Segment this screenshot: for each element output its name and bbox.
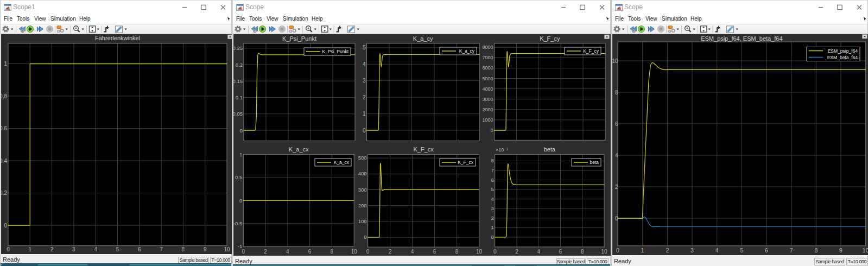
svg-text:K_F_cx: K_F_cx: [458, 160, 474, 165]
svg-text:Fahrerlenkwinkel: Fahrerlenkwinkel: [95, 35, 140, 41]
svg-text:0: 0: [363, 128, 366, 134]
svg-text:8: 8: [615, 90, 618, 96]
svg-text:0: 0: [242, 249, 245, 255]
svg-text:8: 8: [455, 249, 459, 255]
svg-text:0.8: 0.8: [1, 93, 7, 99]
svg-text:7: 7: [790, 247, 793, 254]
svg-text:0: 0: [366, 249, 370, 255]
svg-text:0.2: 0.2: [1, 190, 7, 196]
svg-text:10: 10: [224, 246, 230, 252]
svg-text:4: 4: [411, 249, 414, 255]
svg-text:K_F_cx: K_F_cx: [413, 146, 434, 153]
svg-text:200: 200: [358, 202, 367, 208]
svg-text:K_F_cy: K_F_cy: [540, 35, 560, 42]
svg-text:0: 0: [240, 128, 243, 134]
svg-text:K_F_cy: K_F_cy: [583, 48, 599, 54]
svg-text:1000: 1000: [482, 117, 493, 123]
svg-text:ESM_psip_f64: ESM_psip_f64: [828, 48, 858, 54]
svg-text:ESM_beta_f64: ESM_beta_f64: [827, 55, 858, 60]
svg-text:3: 3: [491, 205, 493, 211]
svg-text:0: 0: [4, 223, 7, 229]
svg-text:400: 400: [358, 170, 367, 176]
svg-text:7000: 7000: [482, 55, 493, 60]
svg-text:4: 4: [615, 153, 618, 159]
svg-text:1: 1: [641, 247, 644, 254]
svg-text:6: 6: [433, 249, 436, 255]
svg-text:K_a_cx: K_a_cx: [334, 160, 350, 165]
svg-text:4: 4: [537, 249, 540, 255]
svg-text:8: 8: [182, 246, 185, 252]
svg-text:9: 9: [204, 246, 207, 252]
svg-text:K_a_cx: K_a_cx: [289, 146, 309, 153]
svg-text:3: 3: [72, 246, 75, 252]
svg-text:0: 0: [491, 234, 493, 240]
svg-text:ESM_psip_f64, ESM_beta_f64: ESM_psip_f64, ESM_beta_f64: [701, 35, 782, 42]
svg-text:5: 5: [116, 246, 119, 252]
svg-text:10: 10: [863, 247, 868, 254]
svg-text:5: 5: [740, 247, 743, 254]
svg-text:6: 6: [559, 249, 562, 255]
svg-text:1: 1: [29, 246, 32, 252]
svg-text:K_Psi_Punkt: K_Psi_Punkt: [282, 35, 316, 42]
svg-text:8000: 8000: [482, 45, 493, 50]
svg-text:0: 0: [364, 234, 366, 240]
svg-text:6000: 6000: [482, 65, 493, 71]
svg-text:2: 2: [615, 184, 618, 190]
svg-text:2: 2: [666, 247, 669, 254]
svg-text:2: 2: [389, 249, 392, 255]
svg-text:6: 6: [138, 246, 141, 252]
svg-text:500: 500: [358, 155, 367, 161]
svg-text:4: 4: [363, 61, 366, 67]
svg-text:0.25: 0.25: [233, 45, 243, 51]
svg-text:0: 0: [7, 246, 10, 252]
svg-text:K_a_cy: K_a_cy: [413, 35, 433, 42]
svg-text:10: 10: [601, 249, 607, 255]
svg-text:0.05: 0.05: [233, 111, 243, 117]
svg-text:0: 0: [616, 247, 619, 254]
svg-text:0.5: 0.5: [235, 174, 242, 180]
svg-text:0.2: 0.2: [236, 62, 243, 68]
svg-text:6: 6: [491, 177, 493, 183]
svg-text:1: 1: [239, 151, 242, 157]
svg-text:0.6: 0.6: [1, 125, 7, 131]
svg-text:0: 0: [490, 128, 493, 133]
svg-text:5: 5: [491, 186, 493, 192]
svg-text:100: 100: [358, 218, 367, 224]
svg-text:2: 2: [264, 249, 267, 255]
svg-text:8: 8: [814, 247, 818, 254]
svg-text:4: 4: [94, 246, 97, 252]
svg-text:1: 1: [4, 61, 7, 67]
svg-text:2: 2: [491, 215, 493, 221]
svg-text:8: 8: [581, 249, 584, 255]
svg-text:0.4: 0.4: [1, 158, 7, 164]
svg-text:2: 2: [50, 246, 54, 252]
svg-text:9: 9: [839, 247, 842, 254]
svg-text:2000: 2000: [482, 107, 493, 112]
svg-text:300: 300: [358, 187, 367, 193]
svg-text:7: 7: [491, 167, 493, 173]
svg-text:2: 2: [515, 249, 518, 255]
svg-text:0: 0: [239, 198, 242, 204]
svg-text:7: 7: [160, 246, 163, 252]
svg-text:6: 6: [308, 249, 312, 255]
svg-text:K_a_cy: K_a_cy: [459, 48, 475, 54]
svg-text:4: 4: [715, 247, 719, 254]
svg-text:5000: 5000: [482, 76, 493, 81]
svg-text:10: 10: [351, 249, 358, 255]
svg-text:4000: 4000: [482, 86, 493, 92]
svg-text:0.15: 0.15: [233, 78, 243, 84]
svg-text:2: 2: [363, 94, 366, 100]
svg-text:beta: beta: [590, 160, 599, 165]
svg-text:0.1: 0.1: [236, 94, 243, 100]
svg-text:1: 1: [363, 111, 366, 117]
svg-text:0: 0: [615, 216, 618, 221]
svg-text:8: 8: [491, 157, 493, 163]
svg-text:3000: 3000: [482, 97, 493, 102]
svg-text:3: 3: [690, 247, 694, 254]
svg-text:K_Psi_Punkt: K_Psi_Punkt: [322, 49, 349, 54]
svg-text:0: 0: [493, 249, 497, 255]
svg-text:×10⁻³: ×10⁻³: [496, 147, 508, 153]
svg-text:6: 6: [765, 247, 768, 254]
svg-text:1: 1: [491, 224, 493, 230]
svg-text:3: 3: [363, 78, 366, 84]
